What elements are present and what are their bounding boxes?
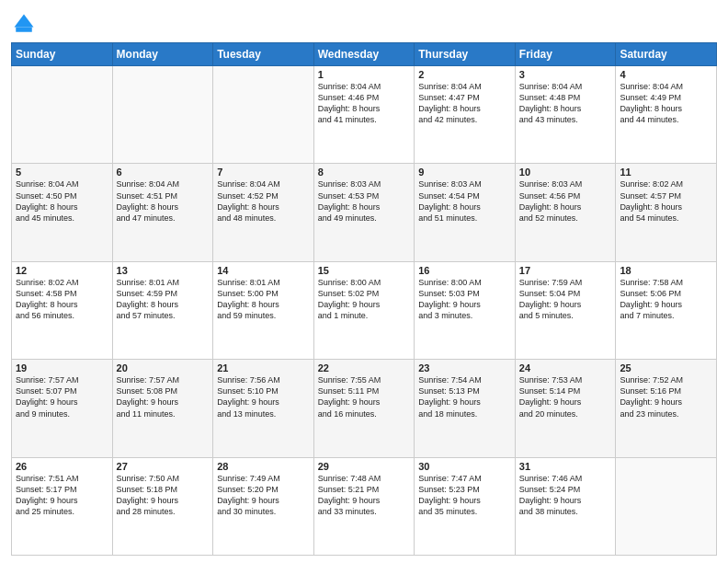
day-number: 29 — [318, 461, 411, 472]
day-number: 8 — [318, 167, 411, 178]
day-number: 11 — [620, 167, 712, 178]
day-number: 30 — [418, 461, 511, 472]
day-number: 5 — [16, 167, 108, 178]
day-number: 9 — [418, 167, 511, 178]
day-number: 26 — [16, 461, 108, 472]
day-number: 27 — [117, 461, 210, 472]
calendar-week-row: 19Sunrise: 7:57 AM Sunset: 5:07 PM Dayli… — [12, 360, 717, 457]
day-number: 13 — [117, 265, 210, 276]
svg-marker-1 — [15, 15, 34, 28]
day-info: Sunrise: 7:51 AM Sunset: 5:17 PM Dayligh… — [16, 473, 108, 518]
day-info: Sunrise: 8:04 AM Sunset: 4:52 PM Dayligh… — [217, 178, 310, 224]
day-number: 3 — [519, 69, 612, 80]
day-info: Sunrise: 7:48 AM Sunset: 5:21 PM Dayligh… — [318, 473, 411, 518]
calendar-cell: 22Sunrise: 7:55 AM Sunset: 5:11 PM Dayli… — [313, 360, 415, 457]
day-info: Sunrise: 8:04 AM Sunset: 4:47 PM Dayligh… — [418, 81, 511, 126]
day-info: Sunrise: 7:56 AM Sunset: 5:10 PM Dayligh… — [217, 374, 310, 419]
day-number: 20 — [117, 362, 210, 373]
day-info: Sunrise: 7:47 AM Sunset: 5:23 PM Dayligh… — [418, 473, 511, 518]
day-info: Sunrise: 7:50 AM Sunset: 5:18 PM Dayligh… — [117, 473, 210, 518]
day-number: 17 — [519, 265, 612, 276]
calendar-cell — [12, 66, 113, 164]
day-info: Sunrise: 8:02 AM Sunset: 4:57 PM Dayligh… — [620, 178, 712, 224]
day-number: 10 — [519, 167, 612, 178]
calendar-cell: 1Sunrise: 8:04 AM Sunset: 4:46 PM Daylig… — [313, 66, 415, 164]
calendar-cell: 8Sunrise: 8:03 AM Sunset: 4:53 PM Daylig… — [313, 164, 415, 261]
day-number: 18 — [620, 265, 712, 276]
calendar-cell: 4Sunrise: 8:04 AM Sunset: 4:49 PM Daylig… — [616, 66, 717, 164]
day-number: 4 — [620, 69, 712, 80]
calendar-cell: 29Sunrise: 7:48 AM Sunset: 5:21 PM Dayli… — [313, 457, 415, 555]
day-number: 2 — [418, 69, 511, 80]
weekday-header: Monday — [112, 43, 213, 66]
day-info: Sunrise: 8:01 AM Sunset: 5:00 PM Dayligh… — [217, 277, 310, 322]
day-number: 22 — [318, 362, 411, 373]
calendar-cell: 15Sunrise: 8:00 AM Sunset: 5:02 PM Dayli… — [313, 261, 415, 359]
logo-icon — [11, 11, 37, 37]
day-info: Sunrise: 7:52 AM Sunset: 5:16 PM Dayligh… — [620, 374, 712, 419]
day-info: Sunrise: 8:03 AM Sunset: 4:56 PM Dayligh… — [519, 178, 612, 224]
weekday-header: Wednesday — [313, 43, 415, 66]
day-info: Sunrise: 7:46 AM Sunset: 5:24 PM Dayligh… — [519, 473, 612, 518]
weekday-header: Saturday — [616, 43, 717, 66]
day-info: Sunrise: 8:04 AM Sunset: 4:48 PM Dayligh… — [519, 81, 612, 126]
calendar-cell: 31Sunrise: 7:46 AM Sunset: 5:24 PM Dayli… — [515, 457, 616, 555]
day-info: Sunrise: 8:04 AM Sunset: 4:49 PM Dayligh… — [620, 81, 712, 126]
weekday-header: Friday — [515, 43, 616, 66]
calendar-cell: 23Sunrise: 7:54 AM Sunset: 5:13 PM Dayli… — [415, 360, 516, 457]
day-number: 28 — [217, 461, 310, 472]
calendar-body: 1Sunrise: 8:04 AM Sunset: 4:46 PM Daylig… — [12, 66, 717, 556]
calendar-week-row: 5Sunrise: 8:04 AM Sunset: 4:50 PM Daylig… — [12, 164, 717, 261]
day-info: Sunrise: 8:03 AM Sunset: 4:54 PM Dayligh… — [418, 178, 511, 224]
day-info: Sunrise: 8:00 AM Sunset: 5:02 PM Dayligh… — [318, 277, 411, 322]
calendar-cell: 27Sunrise: 7:50 AM Sunset: 5:18 PM Dayli… — [112, 457, 213, 555]
day-info: Sunrise: 7:49 AM Sunset: 5:20 PM Dayligh… — [217, 473, 310, 518]
day-info: Sunrise: 7:57 AM Sunset: 5:07 PM Dayligh… — [16, 374, 108, 419]
day-number: 15 — [318, 265, 411, 276]
calendar-week-row: 12Sunrise: 8:02 AM Sunset: 4:58 PM Dayli… — [12, 261, 717, 359]
day-number: 23 — [418, 362, 511, 373]
day-info: Sunrise: 7:54 AM Sunset: 5:13 PM Dayligh… — [418, 374, 511, 419]
calendar-cell: 10Sunrise: 8:03 AM Sunset: 4:56 PM Dayli… — [515, 164, 616, 261]
calendar-cell: 5Sunrise: 8:04 AM Sunset: 4:50 PM Daylig… — [12, 164, 113, 261]
calendar-cell — [616, 457, 717, 555]
day-number: 31 — [519, 461, 612, 472]
day-number: 14 — [217, 265, 310, 276]
calendar-cell: 7Sunrise: 8:04 AM Sunset: 4:52 PM Daylig… — [213, 164, 314, 261]
calendar-cell: 19Sunrise: 7:57 AM Sunset: 5:07 PM Dayli… — [12, 360, 113, 457]
day-number: 19 — [16, 362, 108, 373]
calendar-cell: 3Sunrise: 8:04 AM Sunset: 4:48 PM Daylig… — [515, 66, 616, 164]
day-number: 1 — [318, 69, 411, 80]
calendar-header: SundayMondayTuesdayWednesdayThursdayFrid… — [12, 43, 717, 66]
calendar-cell: 21Sunrise: 7:56 AM Sunset: 5:10 PM Dayli… — [213, 360, 314, 457]
calendar-week-row: 1Sunrise: 8:04 AM Sunset: 4:46 PM Daylig… — [12, 66, 717, 164]
day-info: Sunrise: 7:59 AM Sunset: 5:04 PM Dayligh… — [519, 277, 612, 322]
calendar-cell: 17Sunrise: 7:59 AM Sunset: 5:04 PM Dayli… — [515, 261, 616, 359]
day-info: Sunrise: 8:00 AM Sunset: 5:03 PM Dayligh… — [418, 277, 511, 322]
calendar-cell: 9Sunrise: 8:03 AM Sunset: 4:54 PM Daylig… — [415, 164, 516, 261]
day-number: 24 — [519, 362, 612, 373]
day-info: Sunrise: 8:01 AM Sunset: 4:59 PM Dayligh… — [117, 277, 210, 322]
day-number: 12 — [16, 265, 108, 276]
calendar-cell: 14Sunrise: 8:01 AM Sunset: 5:00 PM Dayli… — [213, 261, 314, 359]
day-number: 25 — [620, 362, 712, 373]
calendar-cell: 26Sunrise: 7:51 AM Sunset: 5:17 PM Dayli… — [12, 457, 113, 555]
calendar-cell: 2Sunrise: 8:04 AM Sunset: 4:47 PM Daylig… — [415, 66, 516, 164]
calendar-cell: 28Sunrise: 7:49 AM Sunset: 5:20 PM Dayli… — [213, 457, 314, 555]
day-info: Sunrise: 8:04 AM Sunset: 4:50 PM Dayligh… — [16, 178, 108, 224]
calendar-cell: 12Sunrise: 8:02 AM Sunset: 4:58 PM Dayli… — [12, 261, 113, 359]
day-number: 16 — [418, 265, 511, 276]
weekday-header: Thursday — [415, 43, 516, 66]
day-info: Sunrise: 7:57 AM Sunset: 5:08 PM Dayligh… — [117, 374, 210, 419]
svg-rect-2 — [16, 28, 32, 32]
calendar-table: SundayMondayTuesdayWednesdayThursdayFrid… — [11, 42, 717, 556]
calendar-week-row: 26Sunrise: 7:51 AM Sunset: 5:17 PM Dayli… — [12, 457, 717, 555]
calendar-cell: 6Sunrise: 8:04 AM Sunset: 4:51 PM Daylig… — [112, 164, 213, 261]
calendar-cell: 16Sunrise: 8:00 AM Sunset: 5:03 PM Dayli… — [415, 261, 516, 359]
calendar-cell: 25Sunrise: 7:52 AM Sunset: 5:16 PM Dayli… — [616, 360, 717, 457]
day-number: 7 — [217, 167, 310, 178]
day-info: Sunrise: 7:58 AM Sunset: 5:06 PM Dayligh… — [620, 277, 712, 322]
calendar-cell — [213, 66, 314, 164]
weekday-header: Sunday — [12, 43, 113, 66]
weekday-row: SundayMondayTuesdayWednesdayThursdayFrid… — [12, 43, 717, 66]
